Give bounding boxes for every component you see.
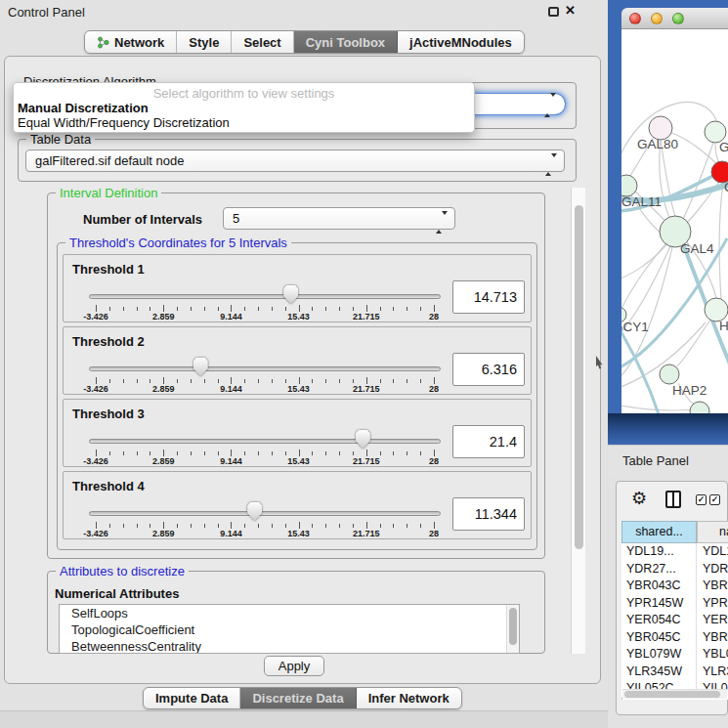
- network-node-gal11[interactable]: [621, 175, 637, 196]
- network-graph[interactable]: GAL80GACGAL11GAL4GCY1HHAP2: [621, 29, 728, 413]
- numerical-attributes-list[interactable]: SelfLoopsTopologicalCoefficientBetweenne…: [59, 604, 520, 654]
- checkbox-icon[interactable]: ✓: [709, 494, 720, 505]
- slider-tick: [299, 305, 300, 312]
- table-cell-name[interactable]: YBR0: [697, 629, 728, 647]
- slider-tick: [353, 524, 354, 528]
- threshold-value-field[interactable]: 11.344: [452, 497, 525, 531]
- slider-tick-label: 9.144: [220, 529, 242, 538]
- slider-tick: [218, 451, 219, 455]
- network-window-titlebar[interactable]: [621, 8, 728, 29]
- algorithm-option-equal-width-frequency-discretization[interactable]: Equal Width/Frequency Discretization: [14, 115, 474, 130]
- table-cell-name[interactable]: YDL1: [697, 543, 728, 561]
- table-cell-shared-name[interactable]: YBR043C: [621, 578, 697, 595]
- table-cell-shared-name[interactable]: YBR045C: [621, 629, 697, 647]
- float-panel-icon[interactable]: [548, 7, 559, 17]
- slider-tick: [285, 524, 286, 528]
- table-row[interactable]: YLR345WYLR3: [621, 664, 728, 681]
- column-header-shared[interactable]: shared...: [621, 521, 697, 543]
- network-icon: [97, 36, 109, 49]
- slider-tick: [299, 450, 300, 456]
- checkbox-icon[interactable]: ✓: [696, 494, 707, 505]
- apply-button[interactable]: Apply: [264, 656, 324, 676]
- tab-discretize-data[interactable]: Discretize Data: [240, 688, 356, 708]
- tab-infer-network[interactable]: Infer Network: [357, 688, 461, 708]
- table-horizontal-scrollbar[interactable]: [622, 689, 727, 699]
- attribute-item-selfloops[interactable]: SelfLoops: [60, 605, 519, 621]
- combo-arrows-icon: [436, 212, 448, 233]
- close-window-icon[interactable]: [629, 13, 641, 24]
- table-row[interactable]: YBR045CYBR0: [621, 629, 728, 647]
- attribute-item-betweennesscentrality[interactable]: BetweennessCentrality: [60, 638, 519, 654]
- network-node-label: GAL80: [637, 137, 678, 151]
- table-cell-shared-name[interactable]: YPR145W: [621, 595, 697, 613]
- table-cell-name[interactable]: YPR1: [697, 595, 728, 613]
- slider-tick-label: -3.426: [83, 529, 108, 538]
- number-of-intervals-combobox[interactable]: 5: [223, 207, 455, 230]
- close-panel-icon[interactable]: ✕: [565, 3, 576, 18]
- table-cell-name[interactable]: YBL0: [697, 646, 728, 664]
- slider-tick: [258, 379, 259, 383]
- threshold-value-field[interactable]: 6.316: [452, 353, 525, 386]
- table-cell-name[interactable]: YER0: [697, 612, 728, 629]
- table-cell-name[interactable]: YLR3: [697, 664, 728, 681]
- slider-tick-label: 9.144: [220, 312, 242, 321]
- tab-style[interactable]: Style: [177, 31, 232, 53]
- zoom-window-icon[interactable]: [672, 13, 684, 24]
- slider-tick: [380, 307, 381, 311]
- control-panel-tabs: NetworkStyleSelectCyni ToolboxjActiveMNo…: [84, 30, 525, 54]
- tab-jactivemnodules[interactable]: jActiveMNodules: [398, 31, 524, 53]
- slider-tick: [191, 379, 192, 383]
- table-row[interactable]: YBL079WYBL0: [621, 646, 728, 664]
- attributes-list-scrollbar[interactable]: [506, 605, 519, 653]
- threshold-value-field[interactable]: 21.4: [452, 425, 525, 458]
- table-row[interactable]: YDL19...YDL1: [621, 543, 728, 561]
- table-row[interactable]: YER054CYER0: [621, 612, 728, 629]
- network-edge[interactable]: [677, 320, 710, 366]
- table-cell-shared-name[interactable]: YLR345W: [621, 664, 697, 681]
- scrollbar-thumb[interactable]: [575, 205, 583, 549]
- column-layout-icon[interactable]: [665, 491, 681, 508]
- network-edge[interactable]: [621, 242, 668, 280]
- table-row[interactable]: YDR27...YDR2: [621, 561, 728, 578]
- table-cell-shared-name[interactable]: YDR27...: [621, 561, 697, 578]
- table-data-combobox[interactable]: galFiltered.sif default node: [25, 150, 565, 172]
- slider-tick-label: 2.859: [152, 312, 175, 321]
- network-canvas[interactable]: GAL80GACGAL11GAL4GCY1HHAP2: [621, 29, 728, 413]
- algorithm-dropdown-popup: Select algorithm to view settings Manual…: [13, 82, 475, 133]
- tab-network[interactable]: Network: [85, 31, 177, 53]
- network-edge[interactable]: [719, 184, 723, 299]
- tab-select[interactable]: Select: [232, 31, 293, 53]
- slider-tick: [177, 379, 178, 383]
- slider-tick: [312, 307, 313, 311]
- slider-tick: [244, 524, 245, 528]
- slider-tick: [285, 451, 286, 455]
- tab-cyni-toolbox[interactable]: Cyni Toolbox: [294, 31, 398, 53]
- gear-icon[interactable]: ⚙: [631, 489, 647, 508]
- table-cell-shared-name[interactable]: YDL19...: [621, 543, 697, 561]
- table-cell-name[interactable]: YDR2: [697, 561, 728, 578]
- control-panel-scrollbar[interactable]: [571, 188, 585, 654]
- column-header-name[interactable]: na: [697, 521, 728, 543]
- table-row[interactable]: YPR145WYPR1: [621, 595, 728, 613]
- slider-tick-label: 28: [429, 456, 439, 466]
- slider-tick: [204, 451, 205, 455]
- table-cell-shared-name[interactable]: YBL079W: [621, 646, 697, 664]
- slider-tick: [434, 377, 435, 384]
- algorithm-option-manual-discretization[interactable]: Manual Discretization: [14, 101, 474, 115]
- threshold-value-field[interactable]: 14.713: [452, 280, 525, 314]
- slider-tick: [353, 307, 354, 311]
- slider-tick: [312, 451, 313, 455]
- table-cell-name[interactable]: YBR0: [697, 578, 728, 595]
- network-node-hap2[interactable]: [660, 364, 679, 384]
- slider-tick: [299, 377, 300, 384]
- minimize-window-icon[interactable]: [651, 13, 663, 24]
- slider-tick: [366, 450, 367, 456]
- table-row[interactable]: YBR043CYBR0: [621, 578, 728, 595]
- tab-label: Cyni Toolbox: [306, 35, 385, 50]
- tab-impute-data[interactable]: Impute Data: [144, 688, 240, 708]
- slider-tick: [109, 451, 110, 455]
- scrollbar-thumb[interactable]: [509, 608, 517, 645]
- table-cell-shared-name[interactable]: YER054C: [621, 612, 697, 629]
- scrollbar-thumb[interactable]: [624, 691, 720, 698]
- attribute-item-topologicalcoefficient[interactable]: TopologicalCoefficient: [60, 621, 519, 638]
